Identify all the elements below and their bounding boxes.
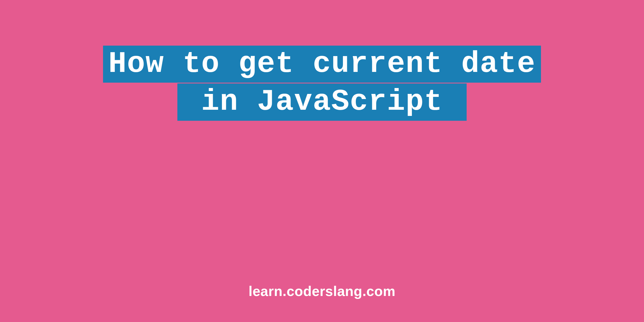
title-line-1: How to get current date (103, 46, 541, 83)
title-block: How to get current date in JavaScript (103, 46, 541, 122)
footer-domain: learn.coderslang.com (248, 283, 396, 299)
title-line-2: in JavaScript (177, 83, 467, 120)
